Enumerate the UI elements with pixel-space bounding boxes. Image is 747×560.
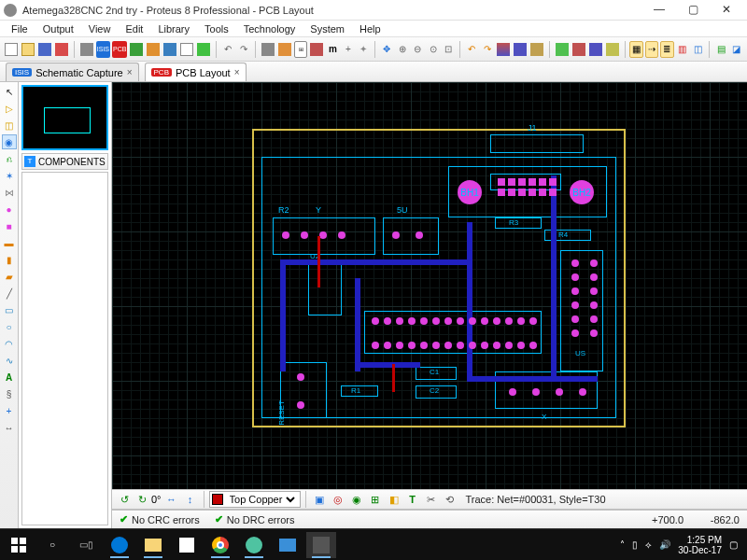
undo2-button[interactable]: ↶ — [465, 41, 478, 58]
m-button[interactable]: m — [326, 41, 339, 58]
graphics-line-icon[interactable]: ╱ — [2, 286, 17, 301]
taskview-button[interactable]: ▭▯ — [71, 532, 101, 558]
menu-tools[interactable]: Tools — [197, 23, 236, 35]
tab-schematic-close-icon[interactable]: × — [127, 67, 133, 77]
pad-circle-icon[interactable]: ● — [2, 202, 17, 217]
tab-pcb[interactable]: PCB PCB Layout × — [145, 63, 247, 81]
block-rotate-button[interactable] — [588, 41, 603, 58]
print-button[interactable] — [261, 41, 275, 58]
component-mode-icon[interactable]: ▷ — [2, 101, 17, 116]
filter5-button[interactable]: ◧ — [386, 491, 402, 508]
proteus-taskbar-icon[interactable] — [306, 532, 336, 558]
close-project-button[interactable] — [54, 41, 69, 58]
minimize-button[interactable]: — — [642, 0, 676, 21]
close-button[interactable]: ✕ — [710, 0, 743, 21]
rotate-ccw-button[interactable]: ↺ — [116, 491, 133, 508]
package-mode-icon[interactable]: ◫ — [2, 118, 17, 133]
flip-h-button[interactable]: ↔ — [163, 491, 180, 508]
ratsnest-icon[interactable]: ⋈ — [2, 185, 17, 200]
tab-schematic[interactable]: ISIS Schematic Capture × — [6, 63, 139, 81]
gerber-button[interactable] — [146, 41, 161, 58]
new-button[interactable] — [4, 41, 19, 58]
via-tool-button[interactable]: ≣ — [660, 41, 673, 58]
layer-selector[interactable]: Top Copper — [209, 491, 301, 508]
notifications-icon[interactable]: ▢ — [729, 539, 738, 550]
autoroute-button[interactable]: ▤ — [714, 41, 727, 58]
menu-view[interactable]: View — [81, 23, 119, 35]
redo-button[interactable]: ↷ — [237, 41, 250, 58]
menu-edit[interactable]: Edit — [118, 23, 150, 35]
app1-icon[interactable] — [239, 532, 269, 558]
layer-dropdown[interactable]: Top Copper — [226, 493, 298, 506]
tray-wifi-icon[interactable]: ⟡ — [645, 539, 652, 551]
drc-tool-button[interactable]: ◫ — [691, 41, 704, 58]
zone-tool-button[interactable]: ▥ — [676, 41, 689, 58]
edge-icon[interactable] — [105, 532, 134, 558]
dimension-icon[interactable]: ↔ — [2, 420, 17, 435]
zone-mode-icon[interactable]: ✶ — [2, 168, 17, 183]
tab-pcb-close-icon[interactable]: × — [234, 67, 240, 77]
snap-button[interactable]: ✦ — [357, 41, 370, 58]
graphics-path-icon[interactable]: ∿ — [2, 353, 17, 368]
filter1-button[interactable]: ▣ — [311, 491, 328, 508]
cortana-button[interactable]: ○ — [37, 532, 67, 558]
report-button[interactable] — [179, 41, 194, 58]
pad-edge-icon[interactable]: ▮ — [2, 252, 17, 267]
autoplace-button[interactable]: ◪ — [730, 41, 743, 58]
zoom-all-button[interactable]: ⊙ — [426, 41, 439, 58]
pad-smd-icon[interactable]: ▬ — [2, 235, 17, 250]
graphics-box-icon[interactable]: ▭ — [2, 302, 17, 317]
paste-button[interactable] — [529, 41, 544, 58]
pcb-canvas[interactable]: J1 BH1 BH2 R2 Y 5U — [112, 82, 747, 489]
selection-icon[interactable]: ↖ — [2, 84, 17, 99]
copy-button[interactable] — [513, 41, 528, 58]
menu-system[interactable]: System — [303, 23, 352, 35]
components-list[interactable] — [21, 172, 108, 525]
redo2-button[interactable]: ↷ — [480, 41, 493, 58]
filter-text-button[interactable]: T — [404, 491, 421, 508]
text-icon[interactable]: A — [2, 370, 17, 385]
tray-up-icon[interactable]: ˄ — [620, 539, 625, 550]
undo-button[interactable]: ↶ — [221, 41, 234, 58]
tray-battery-icon[interactable]: ▯ — [632, 539, 638, 550]
zoom-in-button[interactable]: ⊕ — [396, 41, 409, 58]
report2-button[interactable] — [277, 41, 292, 58]
chrome-icon[interactable] — [205, 532, 235, 558]
isis-button[interactable]: ISIS — [96, 41, 110, 58]
menu-file[interactable]: File — [4, 23, 35, 35]
menu-output[interactable]: Output — [35, 23, 81, 35]
zoom-area-button[interactable]: ⊡ — [442, 41, 455, 58]
filter3-button[interactable]: ◉ — [348, 491, 365, 508]
block-move-button[interactable] — [571, 41, 586, 58]
select-tool-button[interactable]: ▦ — [629, 41, 642, 58]
start-button[interactable] — [4, 532, 34, 558]
graphics-circle-icon[interactable]: ○ — [2, 319, 17, 334]
origin-button[interactable]: + — [342, 41, 355, 58]
home-button[interactable] — [79, 41, 94, 58]
track-mode-icon[interactable]: ◉ — [2, 134, 17, 149]
3d-button[interactable] — [129, 41, 144, 58]
filter4-button[interactable]: ⊞ — [367, 491, 384, 508]
symbol-icon[interactable]: § — [2, 386, 17, 401]
route-tool-button[interactable]: ⇢ — [645, 41, 658, 58]
store-icon[interactable] — [172, 532, 202, 558]
pan-button[interactable]: ✥ — [380, 41, 393, 58]
tray-volume-icon[interactable]: 🔊 — [659, 539, 670, 550]
open-button[interactable] — [21, 41, 35, 58]
library-button[interactable] — [196, 41, 211, 58]
rotate-cw-button[interactable]: ↻ — [134, 491, 150, 508]
maximize-button[interactable]: ▢ — [676, 0, 710, 21]
pad-square-icon[interactable]: ■ — [2, 218, 17, 233]
flip-v-button[interactable]: ↕ — [182, 491, 199, 508]
layers-button[interactable] — [309, 41, 324, 58]
zoom-out-button[interactable]: ⊖ — [411, 41, 424, 58]
via-mode-icon[interactable]: ⎌ — [2, 151, 17, 166]
graphics-arc-icon[interactable]: ◠ — [2, 336, 17, 351]
filter2-button[interactable]: ◎ — [330, 491, 346, 508]
menu-library[interactable]: Library — [150, 23, 197, 35]
bom-button[interactable] — [162, 41, 177, 58]
ares-button[interactable]: PCB — [112, 41, 127, 58]
filter-cut-button[interactable]: ✂ — [423, 491, 440, 508]
block-copy-button[interactable] — [555, 41, 570, 58]
components-header[interactable]: T COMPONENTS — [21, 153, 108, 170]
